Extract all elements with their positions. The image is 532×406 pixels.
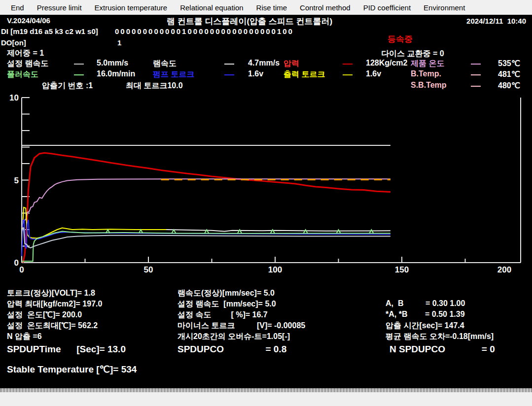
- stat-col1-row4: N 압출 =6: [7, 332, 42, 342]
- control-status: 제어중 = 1: [7, 48, 44, 59]
- stat-col2-row0: 램속도(정상)[mm/sec]= 5.0: [177, 288, 275, 299]
- series-product-temperature: [22, 179, 390, 228]
- series-pressure: [23, 153, 390, 263]
- caret-marker: [337, 230, 341, 233]
- caret-marker: [172, 230, 176, 233]
- extruder-no-label: 압출기 번호 :1: [42, 81, 93, 91]
- stat-col2-row2: 설정 속도 [ %]= 16.7: [177, 310, 268, 320]
- legend-value: 535℃: [498, 59, 520, 68]
- stat-col1-row3: 설정 온도최대[℃]= 562.2: [7, 321, 98, 331]
- menu-item-control-method[interactable]: Control method: [293, 3, 357, 12]
- y-tick-label: 0: [14, 258, 19, 268]
- legend-line-swatch: [224, 74, 234, 75]
- legend-label: B.Temp.: [411, 69, 441, 78]
- legend-line-swatch: [471, 74, 481, 75]
- stat-col2-row3: 마이너스 토르크 [V]= -0.00085: [177, 321, 305, 331]
- spdup-time-label: SPDUPTime [Sec]= 13.0: [7, 344, 126, 355]
- dies-status: 다이스 교환중 = 0: [381, 49, 444, 59]
- control-display-screen: V.2024/04/06 램 컨트롤 디스플레이(압출 스피드 컨트롤러) 20…: [0, 15, 532, 388]
- menu-item-environment[interactable]: Environment: [417, 3, 471, 12]
- legend-label: 풀러속도: [7, 69, 38, 80]
- version-label: V.2024/04/06: [7, 16, 50, 25]
- di-label: DI [m19 d16 a5 k3 c2 w1 s0]: [1, 27, 98, 35]
- trend-chart: 0510050100150200: [0, 93, 532, 285]
- series-output-torque: [166, 230, 390, 231]
- stable-temperature-label: Stable Temperature [℃]= 534: [7, 364, 137, 375]
- legend-line-swatch: [224, 64, 234, 65]
- do-label: DO[on]: [1, 38, 26, 47]
- n-spdup-co-label: N SPDUPCO = 0: [390, 344, 495, 355]
- x-tick-label: 150: [395, 265, 409, 274]
- legend-label: 펌프 토르크: [153, 69, 194, 80]
- legend-value: 5.0mm/s: [97, 59, 128, 68]
- legend-value: 480℃: [498, 81, 520, 90]
- x-tick-label: 100: [268, 265, 282, 274]
- series-pump-torque: [22, 220, 390, 256]
- menu-item-pressure-limit[interactable]: Pressure limit: [31, 3, 88, 12]
- di-bits: 00000000000010000000000000000100: [115, 27, 294, 35]
- legend-value: 1.6v: [248, 69, 263, 78]
- stat-col1-row0: 토르크(정상)[VOLT]= 1.8: [7, 288, 95, 299]
- legend-label: S.B.Temp: [411, 81, 447, 90]
- datetime-label: 2024/12/11 10:40: [466, 17, 526, 25]
- stat-col2-row4: 개시20초간의 오버슈-트=1.05[-]: [177, 332, 290, 342]
- caret-marker: [369, 230, 373, 233]
- menu-item-pid-coefficient[interactable]: PID coefficient: [357, 3, 417, 12]
- legend-line-swatch: [471, 64, 481, 65]
- menu-bar: EndPressure limitExtrusion temperatureRe…: [0, 0, 532, 15]
- stat-col3-row3: 평균 램속도 오차=-0.18[mm/s]: [386, 332, 494, 342]
- menu-item-extrusion-temperature[interactable]: Extrusion temperature: [88, 3, 174, 12]
- x-tick-label: 50: [144, 265, 153, 274]
- legend-value: 1.6v: [366, 69, 381, 78]
- legend-label: 출력 토르크: [284, 69, 325, 80]
- x-tick-label: 200: [497, 265, 511, 274]
- menu-item-rise-time[interactable]: Rise time: [250, 3, 294, 12]
- legend-label: 제품 온도: [411, 59, 444, 69]
- x-tick-label: 0: [19, 265, 24, 274]
- legend-value: 481℃: [498, 69, 520, 79]
- y-tick-label: 10: [9, 93, 19, 102]
- stat-col2-row1: 설정 램속도 [mm/sec]= 5.0: [177, 299, 276, 309]
- legend-line-swatch: [74, 74, 84, 75]
- stat-col3-row1: *A, *B = 0.50 1.39: [386, 310, 465, 319]
- page-title: 램 컨트롤 디스플레이(압출 스피드 컨트롤러): [167, 16, 332, 27]
- spdup-co-label: SPDUPCO = 0.8: [177, 344, 286, 355]
- legend-label: 설정 램속도: [7, 59, 48, 69]
- stat-col1-row1: 압력 최대[kgf/cm2]= 197.0: [7, 299, 102, 309]
- menu-item-end[interactable]: End: [4, 3, 31, 12]
- max-torque-label: 최대 토르크10.0: [126, 81, 183, 91]
- menu-item-relational-equation[interactable]: Relational equation: [174, 3, 249, 12]
- legend-value: 128Kg/cm2: [366, 59, 408, 68]
- status-mode-badge: 등속중: [388, 34, 413, 45]
- legend-label: 램속도: [153, 59, 177, 69]
- legend-line-swatch: [343, 74, 353, 75]
- legend-value: 16.0m/min: [97, 69, 135, 78]
- stat-col1-row2: 설정 온도[℃]= 200.0: [7, 310, 82, 320]
- legend-line-swatch: [74, 64, 84, 65]
- legend-value: 4.7mm/s: [248, 59, 280, 68]
- stat-col3-row2: 압출 시간[sec]= 147.4: [386, 321, 464, 331]
- stat-col3-row0: A, B = 0.30 1.00: [386, 299, 465, 308]
- legend-line-swatch: [471, 86, 481, 87]
- do-value: 1: [117, 38, 121, 47]
- legend-line-swatch: [343, 64, 353, 65]
- legend-label: 압력: [284, 59, 299, 69]
- y-tick-label: 5: [14, 176, 19, 185]
- bottom-panel: [0, 392, 532, 406]
